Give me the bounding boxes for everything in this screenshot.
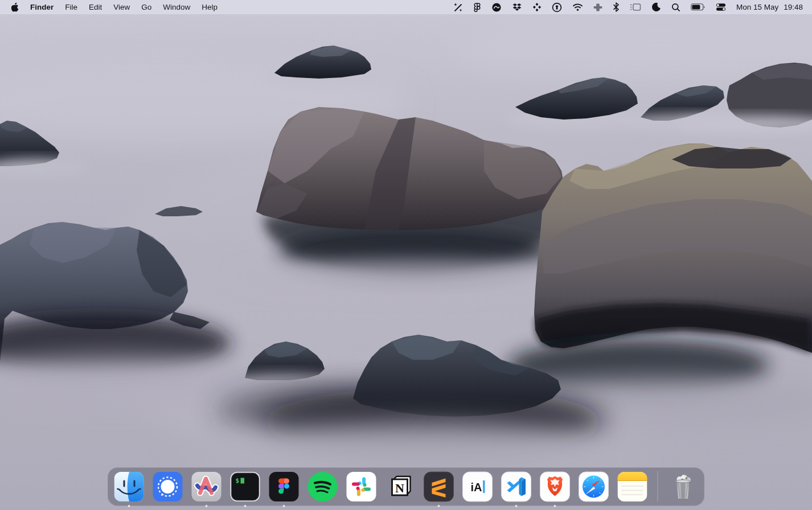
trash-full-icon bbox=[667, 471, 699, 503]
clock-time: 19:48 bbox=[784, 3, 803, 11]
vscode-icon bbox=[501, 471, 532, 503]
dock-item-vscode[interactable] bbox=[501, 471, 532, 503]
desktop-wallpaper bbox=[0, 0, 812, 510]
battery-icon[interactable] bbox=[686, 0, 711, 14]
app-menu-finder[interactable]: Finder bbox=[24, 0, 59, 14]
running-indicator bbox=[283, 505, 285, 507]
terminal-icon: $ bbox=[229, 471, 261, 503]
dock: $ bbox=[108, 467, 705, 506]
menu-window[interactable]: Window bbox=[157, 0, 196, 14]
svg-text:N: N bbox=[395, 481, 404, 495]
running-indicator bbox=[244, 505, 247, 507]
a-ribbon-app-icon bbox=[191, 471, 223, 503]
dock-item-notion[interactable]: N bbox=[384, 471, 416, 503]
spotify-icon bbox=[307, 471, 339, 503]
control-center-icon[interactable] bbox=[711, 0, 731, 14]
notion-icon: N bbox=[384, 471, 416, 503]
ia-writer-icon: iA bbox=[462, 471, 494, 503]
macos-desktop: Finder File Edit View Go Window Help bbox=[0, 0, 812, 510]
svg-text:$: $ bbox=[236, 477, 240, 484]
1password-keyhole-icon[interactable] bbox=[547, 0, 567, 14]
dock-item-ia-writer[interactable]: iA bbox=[462, 471, 494, 503]
safari-icon bbox=[578, 471, 610, 503]
running-indicator bbox=[438, 505, 440, 507]
menu-view[interactable]: View bbox=[108, 0, 136, 14]
dock-item-figma[interactable] bbox=[268, 471, 300, 503]
display-frame-icon[interactable] bbox=[625, 0, 646, 14]
bluetooth-icon[interactable] bbox=[608, 0, 625, 14]
plus-cross-icon[interactable] bbox=[588, 0, 608, 14]
running-indicator bbox=[554, 505, 556, 507]
menu-go[interactable]: Go bbox=[136, 0, 157, 14]
notes-icon bbox=[617, 471, 649, 503]
svg-text:iA: iA bbox=[471, 481, 482, 493]
dropbox-icon[interactable] bbox=[507, 0, 527, 14]
menu-bar-clock[interactable]: Mon 15 May 19:48 bbox=[731, 3, 806, 11]
menu-help[interactable]: Help bbox=[196, 0, 223, 14]
slack-icon bbox=[346, 471, 378, 503]
dock-item-slack[interactable] bbox=[346, 471, 378, 503]
dock-item-trash[interactable] bbox=[667, 471, 699, 503]
apple-menu[interactable] bbox=[6, 0, 24, 14]
menu-bar: Finder File Edit View Go Window Help bbox=[0, 0, 812, 14]
dock-item-a-ribbon-app[interactable] bbox=[191, 471, 223, 503]
sublime-text-icon bbox=[423, 471, 455, 503]
dock-item-terminal[interactable]: $ bbox=[229, 471, 261, 503]
dock-item-brave[interactable] bbox=[539, 471, 571, 503]
running-indicator bbox=[206, 505, 208, 507]
dock-divider bbox=[658, 471, 658, 502]
dock-item-spotify[interactable] bbox=[307, 471, 339, 503]
brave-icon bbox=[539, 471, 571, 503]
running-indicator bbox=[515, 505, 518, 507]
running-indicator bbox=[128, 505, 130, 507]
signal-icon bbox=[152, 471, 184, 503]
menu-edit[interactable]: Edit bbox=[83, 0, 108, 14]
magic-wand-icon[interactable] bbox=[448, 0, 468, 14]
focus-moon-icon[interactable] bbox=[646, 0, 666, 14]
dock-item-signal[interactable] bbox=[152, 471, 184, 503]
menu-file[interactable]: File bbox=[59, 0, 83, 14]
clock-date: Mon 15 May bbox=[736, 3, 778, 11]
dock-item-finder[interactable] bbox=[113, 471, 145, 503]
spotlight-search-icon[interactable] bbox=[666, 0, 686, 14]
dock-item-notes[interactable] bbox=[617, 471, 649, 503]
adobe-creative-cloud-icon[interactable] bbox=[486, 0, 507, 14]
dock-item-sublime-text[interactable] bbox=[423, 471, 455, 503]
figma-menubar-icon[interactable] bbox=[468, 0, 486, 14]
figma-icon bbox=[268, 471, 300, 503]
diamond-cluster-icon[interactable] bbox=[527, 0, 547, 14]
apple-logo-icon bbox=[11, 2, 19, 12]
finder-icon bbox=[113, 471, 145, 503]
wifi-icon[interactable] bbox=[567, 0, 588, 14]
dock-item-safari[interactable] bbox=[578, 471, 610, 503]
